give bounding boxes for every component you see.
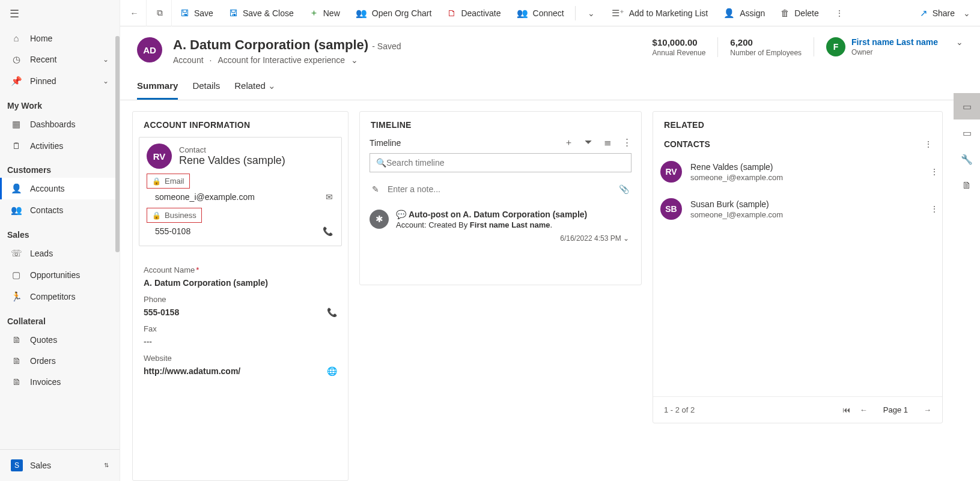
tab-related[interactable]: Related ⌄ xyxy=(234,74,276,100)
siderail-doc-button[interactable]: 🗎 xyxy=(954,172,980,199)
card-icon[interactable]: ✉ xyxy=(326,192,333,202)
chevron-down-icon: ⌄ xyxy=(963,8,970,18)
page-prev-button[interactable]: ← xyxy=(860,405,868,414)
nav-activities[interactable]: 🗒Activities xyxy=(0,135,120,156)
btn-label: Deactivate xyxy=(461,8,501,18)
owner-name[interactable]: First name Last name xyxy=(851,37,938,47)
contact-name[interactable]: Rene Valdes (sample) xyxy=(179,154,285,167)
page-next-button[interactable]: → xyxy=(924,405,931,414)
timeline-sort-button[interactable]: ≣ xyxy=(604,137,612,148)
field-value[interactable]: http://www.adatum.com/ 🌐 xyxy=(144,366,337,376)
nav-opportunities[interactable]: ▢Opportunities xyxy=(0,264,120,286)
phone-icon[interactable]: 📞 xyxy=(323,226,333,236)
section-heading: ACCOUNT INFORMATION xyxy=(133,112,348,137)
plus-icon: ＋ xyxy=(309,7,318,19)
btn-label: Save & Close xyxy=(243,8,294,18)
new-button[interactable]: ＋New xyxy=(302,0,347,26)
search-icon: 🔍 xyxy=(376,158,386,168)
btn-label: Delete xyxy=(794,8,818,18)
timeline-more-button[interactable]: ⋮ xyxy=(622,137,632,148)
opportunity-icon: ▢ xyxy=(11,270,22,280)
deactivate-button[interactable]: 🗋Deactivate xyxy=(440,0,508,26)
connect-icon: 👥 xyxy=(517,8,528,19)
field-value[interactable]: --- xyxy=(144,337,337,346)
assign-button[interactable]: 👤Assign xyxy=(716,0,772,26)
email-value[interactable]: someone_i@example.com xyxy=(155,192,255,202)
timeline-search-input[interactable] xyxy=(386,158,625,168)
business-value[interactable]: 555-0108 xyxy=(155,226,190,236)
nav-contacts[interactable]: 👥Contacts xyxy=(0,199,120,221)
tab-details[interactable]: Details xyxy=(192,74,220,100)
tab-summary[interactable]: Summary xyxy=(137,74,178,100)
related-contact-item[interactable]: RV Rene Valdes (sample) someone_i@exampl… xyxy=(653,155,942,192)
contacts-more-button[interactable]: ⋮ xyxy=(924,139,933,149)
timeline-item[interactable]: ✱ 💬 Auto-post on A. Datum Corporation (s… xyxy=(370,210,632,243)
field-value[interactable]: 555-0158 📞 xyxy=(144,307,337,317)
form-name[interactable]: Account for Interactive experience xyxy=(218,55,345,65)
save-close-button[interactable]: 🖫Save & Close xyxy=(222,0,301,26)
nav-orders[interactable]: 🗎Orders xyxy=(0,350,120,371)
primary-contact-card: RV Contact Rene Valdes (sample) 🔒 Email … xyxy=(139,137,342,246)
timeline-add-button[interactable]: ＋ xyxy=(564,137,573,148)
chevron-down-icon[interactable]: ⌄ xyxy=(351,55,358,65)
siderail-panel-button[interactable]: ▭ xyxy=(954,119,980,146)
attachment-button[interactable]: 📎 xyxy=(619,184,629,194)
chevron-down-icon: ⌄ xyxy=(588,8,595,18)
contact-more-button[interactable]: ⋮ xyxy=(930,167,939,177)
delete-button[interactable]: 🗑Delete xyxy=(773,0,826,26)
connect-dropdown[interactable]: ⌄ xyxy=(579,0,603,26)
account-icon: 👤 xyxy=(11,183,22,194)
saved-indicator: - Saved xyxy=(372,41,401,51)
share-button[interactable]: ↗Share⌄ xyxy=(913,0,978,26)
add-marketing-button[interactable]: ☰⁺Add to Marketing List xyxy=(604,0,716,26)
nav-home[interactable]: ⌂ Home xyxy=(0,28,120,49)
contact-more-button[interactable]: ⋮ xyxy=(930,204,939,214)
nav-label: Quotes xyxy=(30,335,57,345)
home-icon: ⌂ xyxy=(11,33,22,43)
sidebar-scrollbar[interactable] xyxy=(115,0,120,481)
contact-email: someone_l@example.com xyxy=(690,210,922,219)
contact-name: Susan Burk (sample) xyxy=(690,199,922,209)
area-switcher[interactable]: S Sales ⇅ xyxy=(0,449,120,481)
nav-recent[interactable]: ◷ Recent ⌄ xyxy=(0,49,120,70)
nav-dashboards[interactable]: ▦Dashboards xyxy=(0,113,120,135)
owner-avatar: F xyxy=(826,37,845,56)
timeline-card: TIMELINE Timeline ＋ ⏷ ≣ ⋮ 🔍 ✎ xyxy=(359,111,642,285)
nav-label: Orders xyxy=(30,356,56,366)
order-icon: 🗎 xyxy=(11,355,22,366)
open-new-window-button[interactable]: ⧉ xyxy=(148,0,172,26)
nav-accounts[interactable]: 👤Accounts xyxy=(0,178,120,199)
nav-group-collateral: Collateral xyxy=(0,307,120,329)
back-button[interactable]: ← xyxy=(123,0,147,26)
overflow-button[interactable]: ⋮ xyxy=(827,0,851,26)
revenue-value: $10,000.00 xyxy=(653,37,706,47)
header-expand[interactable]: ⌄ xyxy=(950,37,963,47)
page-first-button[interactable]: ⏮ xyxy=(842,405,850,414)
phone-icon[interactable]: 📞 xyxy=(327,307,337,317)
nav-leads[interactable]: ☏Leads xyxy=(0,243,120,264)
hamburger-button[interactable]: ☰ xyxy=(0,0,120,28)
connect-button[interactable]: 👥Connect xyxy=(510,0,571,26)
email-label-locked: 🔒 Email xyxy=(147,174,190,189)
nav-group-sales: Sales xyxy=(0,221,120,243)
timeline-filter-button[interactable]: ⏷ xyxy=(584,137,593,148)
related-contact-item[interactable]: SB Susan Burk (sample) someone_l@example… xyxy=(653,192,942,229)
timeline-note-input[interactable] xyxy=(388,184,610,194)
open-org-chart-button[interactable]: 👥Open Org Chart xyxy=(348,0,439,26)
field-value[interactable]: A. Datum Corporation (sample) xyxy=(144,278,337,288)
nav-quotes[interactable]: 🗎Quotes xyxy=(0,329,120,350)
chevron-down-icon[interactable]: ⌄ xyxy=(623,234,629,243)
siderail-wrench-button[interactable]: 🔧 xyxy=(954,146,980,172)
nav-pinned[interactable]: 📌 Pinned ⌄ xyxy=(0,70,120,92)
employees-label: Number of Employees xyxy=(730,49,802,57)
header-stats: $10,000.00 Annual Revenue 6,200 Number o… xyxy=(641,37,963,57)
account-info-card: ACCOUNT INFORMATION RV Contact Rene Vald… xyxy=(132,111,348,481)
siderail-assistant-button[interactable]: ▭ xyxy=(954,93,980,119)
nav-invoices[interactable]: 🗎Invoices xyxy=(0,371,120,392)
save-button[interactable]: 🖫Save xyxy=(173,0,221,26)
field-label: Phone xyxy=(144,295,337,304)
btn-label: Open Org Chart xyxy=(372,8,432,18)
globe-icon[interactable]: 🌐 xyxy=(327,366,337,376)
nav-competitors[interactable]: 🏃Competitors xyxy=(0,286,120,307)
timeline-search[interactable]: 🔍 xyxy=(370,153,632,172)
